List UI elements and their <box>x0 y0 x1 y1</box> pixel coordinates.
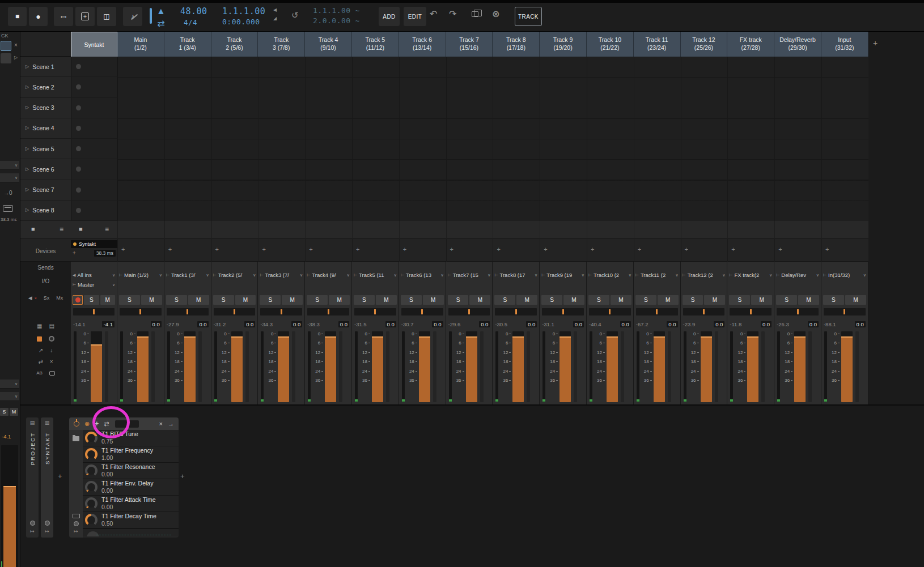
output-routing-select[interactable]: Track7 (15 <box>448 271 491 279</box>
solo-button[interactable]: S <box>166 295 187 305</box>
add-device-icon[interactable] <box>73 250 76 256</box>
pan-control[interactable] <box>495 308 537 316</box>
volume-fader[interactable] <box>512 331 524 402</box>
track-header[interactable]: Delay/Reverb (29/30) <box>774 32 821 57</box>
track-header[interactable]: Track 1 (3/4) <box>164 32 211 57</box>
pan-control[interactable] <box>777 308 819 316</box>
scene-play-icon[interactable] <box>26 105 29 110</box>
expand-arrow-icon[interactable] <box>168 421 174 427</box>
clip-slot[interactable] <box>71 118 117 138</box>
tempo-value[interactable]: 48.00 <box>180 6 207 16</box>
output-routing-select[interactable]: Track3 (7/ <box>260 271 303 279</box>
duplicate-button[interactable] <box>472 11 478 17</box>
clip-slot[interactable] <box>71 98 117 118</box>
mute-button[interactable]: M <box>235 295 256 305</box>
fader-value[interactable]: 0.0 <box>151 321 162 327</box>
loop-icon[interactable] <box>291 11 299 19</box>
pan-control[interactable] <box>354 308 396 316</box>
parameter-value[interactable]: 0.50 <box>101 520 156 527</box>
output-routing-select[interactable]: Main (1/2) <box>119 271 162 279</box>
volume-fader[interactable] <box>325 331 336 402</box>
solo-button[interactable]: S <box>776 295 797 305</box>
volume-fader[interactable] <box>607 331 618 402</box>
volume-fader[interactable] <box>91 331 102 402</box>
track-header[interactable]: Track 9 (19/20) <box>540 32 587 57</box>
fader-value[interactable]: 0.0 <box>479 321 490 327</box>
add-device-cell[interactable] <box>352 239 399 262</box>
clip-slot[interactable] <box>71 201 117 220</box>
fader-value[interactable]: 0.0 <box>526 321 537 327</box>
close-icon[interactable] <box>14 42 18 48</box>
sidebar-item-io[interactable]: I/O <box>20 278 71 284</box>
power-dot-icon[interactable] <box>74 521 79 526</box>
write-automation-button[interactable] <box>54 7 73 26</box>
volume-fader[interactable] <box>841 331 853 402</box>
pan-control[interactable] <box>542 308 584 316</box>
solo-button[interactable]: S <box>448 295 469 305</box>
mute-button[interactable]: M <box>845 295 866 305</box>
add-device-cell[interactable] <box>117 239 164 262</box>
scene-launcher[interactable]: Scene 8 <box>20 201 71 220</box>
parameter-knob[interactable] <box>85 514 98 526</box>
display-icon[interactable] <box>3 205 13 212</box>
panel-toggle-button[interactable] <box>1 41 11 51</box>
track-header[interactable]: Track 2 (5/6) <box>211 32 258 57</box>
track-header[interactable]: Track 8 (17/18) <box>493 32 540 57</box>
solo-button[interactable]: S <box>588 295 609 305</box>
fader-value[interactable]: 0.0 <box>808 321 819 327</box>
tempo-display[interactable]: 48.00 4/4 <box>180 6 207 27</box>
add-device-cell[interactable] <box>540 239 587 262</box>
track-header[interactable]: Track 12 (25/26) <box>681 32 728 57</box>
pan-control[interactable] <box>636 308 678 316</box>
track-header[interactable]: FX track (27/28) <box>727 32 774 57</box>
volume-fader[interactable] <box>137 331 149 402</box>
clip-slot[interactable] <box>71 180 117 200</box>
sidebar-item-devices[interactable]: Devices <box>20 248 71 254</box>
tab-syntakt[interactable]: SYNTAKT <box>41 417 53 538</box>
fader-value[interactable]: 0.0 <box>573 321 584 327</box>
add-device-cell[interactable] <box>258 239 305 262</box>
pan-control[interactable] <box>683 308 725 316</box>
add-device-cell[interactable] <box>493 239 540 262</box>
add-device-cell[interactable] <box>305 239 352 262</box>
scene-launcher[interactable]: Scene 5 <box>20 139 71 159</box>
scene-play-icon[interactable] <box>26 85 29 89</box>
close-icon[interactable] <box>159 421 163 427</box>
solo-exclusive-icon[interactable]: Sx <box>44 296 50 301</box>
clip-overdub-button[interactable]: + <box>75 7 95 26</box>
add-device-cell[interactable] <box>774 239 821 262</box>
solo-button[interactable]: S <box>401 295 422 305</box>
track-list-icon[interactable] <box>105 226 109 233</box>
output-routing-select[interactable]: Track5 (11 <box>354 271 397 279</box>
dual-panel-button[interactable] <box>97 7 116 26</box>
list-view-icon[interactable] <box>49 323 54 329</box>
scene-launcher[interactable]: Scene 1 <box>20 57 71 76</box>
mute-button[interactable]: M <box>329 295 350 305</box>
output-routing-select[interactable]: Master <box>73 280 115 289</box>
keyboard-icon[interactable] <box>73 514 80 518</box>
output-routing-select[interactable]: Track6 (13 <box>401 271 444 279</box>
panel-button[interactable] <box>1 53 11 63</box>
add-device-icon[interactable] <box>180 472 185 480</box>
volume-fader[interactable] <box>560 331 571 402</box>
fader-value[interactable]: 0.0 <box>291 321 302 327</box>
fader-value[interactable]: 0.0 <box>385 321 396 327</box>
fader-value[interactable]: 0.0 <box>338 321 349 327</box>
mute-button[interactable]: M <box>516 295 537 305</box>
output-routing-select[interactable]: Track12 (2 <box>683 271 726 279</box>
position-display[interactable]: 1.1.1.00 0:00.000 <box>222 6 265 26</box>
parameter-knob[interactable] <box>85 497 98 510</box>
parameter-value[interactable]: 0.00 <box>101 504 156 511</box>
add-device-cell[interactable] <box>587 239 634 262</box>
edit-button[interactable]: EDIT <box>404 7 426 26</box>
shuffle-icon[interactable] <box>157 19 164 28</box>
record-button[interactable] <box>29 7 48 26</box>
volume-fader[interactable] <box>231 331 243 402</box>
remote-controls-icon[interactable] <box>95 420 99 427</box>
output-routing-select[interactable]: Track8 (17 <box>494 271 537 279</box>
parameter-value[interactable]: 0.00 <box>101 487 153 494</box>
solo-button[interactable]: S <box>635 295 656 305</box>
delete-section-icon[interactable] <box>50 359 53 365</box>
scene-launcher[interactable]: Scene 4 <box>20 118 71 138</box>
track-header[interactable]: Track 4 (9/10) <box>305 32 352 57</box>
